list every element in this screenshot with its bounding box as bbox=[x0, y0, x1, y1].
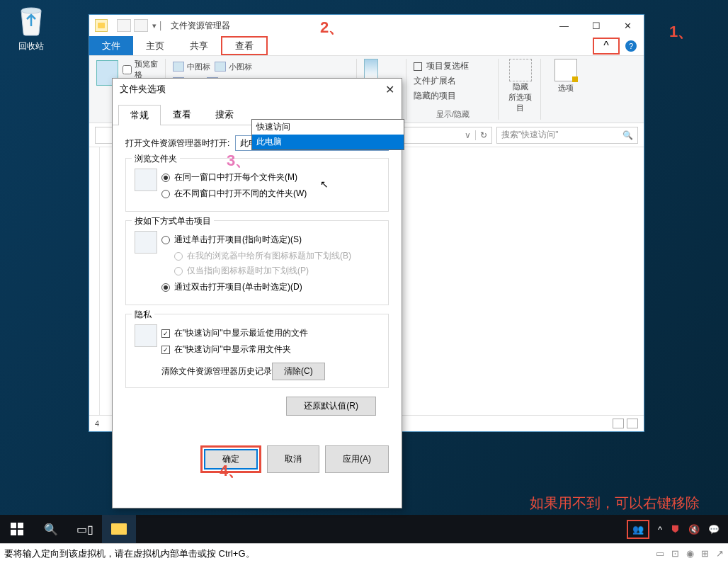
recycle-bin-icon bbox=[14, 4, 48, 38]
system-tray: 👥 ^ ⛊ 🔇 💬 bbox=[627, 520, 728, 539]
nav-pane[interactable] bbox=[89, 147, 100, 415]
tab-file[interactable]: 文件 bbox=[89, 36, 133, 55]
qat-properties-icon[interactable] bbox=[117, 19, 131, 32]
help-icon[interactable]: ? bbox=[625, 40, 637, 52]
maximize-button[interactable]: ☐ bbox=[580, 16, 612, 35]
tray-chevron-icon[interactable]: ^ bbox=[658, 524, 662, 535]
cancel-button[interactable]: 取消 bbox=[267, 445, 319, 473]
preview-pane-check[interactable] bbox=[123, 65, 132, 74]
vm-icon-1[interactable]: ▭ bbox=[656, 548, 664, 559]
window-title: 文件资源管理器 bbox=[171, 20, 230, 32]
radio-double-click[interactable]: 通过双击打开项目(单击时选定)(D) bbox=[161, 281, 381, 293]
svg-point-0 bbox=[21, 8, 41, 13]
clear-button[interactable]: 清除(C) bbox=[272, 363, 325, 380]
hide-items-icon[interactable] bbox=[509, 59, 532, 81]
tab-home[interactable]: 主页 bbox=[133, 36, 177, 55]
task-view-icon[interactable]: ▭▯ bbox=[68, 515, 102, 543]
start-button[interactable] bbox=[0, 515, 34, 543]
refresh-icon[interactable]: ↻ bbox=[475, 130, 487, 140]
radio-underline-all: 在我的浏览器中给所有图标标题加下划线(B) bbox=[174, 250, 381, 262]
fo-tab-search[interactable]: 搜索 bbox=[203, 104, 246, 125]
check-frequent-folders[interactable]: 在"快速访问"中显示常用文件夹 bbox=[161, 343, 381, 356]
taskbar-search-icon[interactable]: 🔍 bbox=[34, 515, 68, 543]
item-checkboxes[interactable] bbox=[414, 62, 422, 71]
cursor-icon: ↖ bbox=[320, 178, 329, 190]
taskbar: 🔍 ▭▯ 👥 ^ ⛊ 🔇 💬 bbox=[0, 515, 728, 543]
apply-button[interactable]: 应用(A) bbox=[325, 445, 389, 473]
vm-icon-4[interactable]: ⊞ bbox=[701, 548, 709, 559]
search-input[interactable]: 搜索"快速访问" 🔍 bbox=[496, 127, 638, 144]
view-details-btn[interactable] bbox=[613, 419, 624, 428]
privacy-icon bbox=[135, 324, 157, 347]
open-to-label: 打开文件资源管理器时打开: bbox=[125, 137, 229, 149]
options-icon[interactable] bbox=[554, 59, 577, 81]
annotation-2: 2、 bbox=[320, 17, 344, 38]
people-icon[interactable]: 👥 bbox=[627, 520, 649, 539]
vm-icon-5[interactable]: ↗ bbox=[716, 548, 724, 559]
vm-message: 要将输入定向到该虚拟机，请在虚拟机内部单击或按 Ctrl+G。 bbox=[4, 547, 255, 560]
svg-rect-4 bbox=[18, 530, 23, 535]
titlebar[interactable]: ▾ │ 文件资源管理器 — ☐ ✕ bbox=[89, 15, 644, 36]
tab-view[interactable]: 查看 bbox=[221, 36, 268, 55]
annotation-4: 4、 bbox=[220, 460, 244, 482]
dd-this-pc[interactable]: 此电脑 bbox=[252, 135, 404, 149]
tray-volume-icon[interactable]: 🔇 bbox=[688, 524, 700, 535]
clear-label: 清除文件资源管理器历史记录 bbox=[161, 365, 272, 377]
svg-rect-3 bbox=[11, 530, 16, 535]
vm-icon-3[interactable]: ◉ bbox=[686, 548, 694, 559]
fo-tab-view[interactable]: 查看 bbox=[161, 104, 203, 125]
radio-underline-hover: 仅当指向图标标题时加下划线(P) bbox=[174, 265, 381, 277]
annotation-3: 3、 bbox=[227, 150, 251, 171]
recycle-bin-label: 回收站 bbox=[14, 40, 48, 52]
minimize-button[interactable]: — bbox=[548, 16, 580, 35]
item-count: 4 bbox=[95, 419, 99, 428]
browse-icon bbox=[135, 169, 157, 191]
view-thumbs-btn[interactable] bbox=[627, 419, 638, 428]
tray-notification-icon[interactable]: 💬 bbox=[708, 524, 720, 535]
close-button[interactable]: ✕ bbox=[612, 16, 644, 35]
taskbar-explorer[interactable] bbox=[102, 515, 136, 543]
tray-shield-icon[interactable]: ⛊ bbox=[671, 524, 680, 535]
check-recent-files[interactable]: 在"快速访问"中显示最近使用的文件 bbox=[161, 327, 381, 339]
recycle-bin[interactable]: 回收站 bbox=[14, 4, 48, 52]
ribbon-tabs: 文件 主页 共享 查看 ^ ? bbox=[89, 36, 644, 56]
qat-dropdown-icon[interactable]: ▾ │ bbox=[152, 21, 164, 30]
annotation-1: 1、 bbox=[669, 21, 693, 42]
fo-tab-general[interactable]: 常规 bbox=[118, 105, 161, 125]
icon-medium[interactable]: 中图标 bbox=[173, 62, 210, 72]
tab-share[interactable]: 共享 bbox=[177, 36, 221, 55]
explorer-icon bbox=[95, 19, 108, 32]
ribbon-collapse-button[interactable]: ^ bbox=[593, 38, 620, 55]
dialog-close-button[interactable]: ✕ bbox=[385, 83, 394, 96]
click-icon bbox=[135, 231, 157, 254]
vm-icon-2[interactable]: ⊡ bbox=[671, 548, 679, 559]
dd-quick-access[interactable]: 快速访问 bbox=[252, 120, 404, 135]
annotation-tip: 如果用不到，可以右键移除 bbox=[530, 494, 700, 513]
search-icon: 🔍 bbox=[622, 130, 633, 140]
svg-rect-2 bbox=[18, 523, 23, 528]
radio-same-window[interactable]: 在同一窗口中打开每个文件夹(M) bbox=[161, 171, 381, 183]
restore-defaults-button[interactable]: 还原默认值(R) bbox=[286, 397, 376, 416]
vm-status-bar: 要将输入定向到该虚拟机，请在虚拟机内部单击或按 Ctrl+G。 ▭ ⊡ ◉ ⊞ … bbox=[0, 543, 728, 563]
radio-single-click[interactable]: 通过单击打开项目(指向时选定)(S) bbox=[161, 234, 381, 246]
sort-icon[interactable] bbox=[364, 59, 378, 79]
svg-rect-1 bbox=[11, 523, 16, 528]
icon-small[interactable]: 小图标 bbox=[215, 62, 252, 72]
open-to-dropdown: 快速访问 此电脑 bbox=[251, 119, 404, 150]
qat-newfolder-icon[interactable] bbox=[134, 19, 148, 32]
dialog-title: 文件夹选项 bbox=[120, 83, 166, 96]
radio-new-window[interactable]: 在不同窗口中打开不同的文件夹(W) bbox=[161, 188, 381, 200]
quick-access-toolbar bbox=[117, 19, 148, 32]
